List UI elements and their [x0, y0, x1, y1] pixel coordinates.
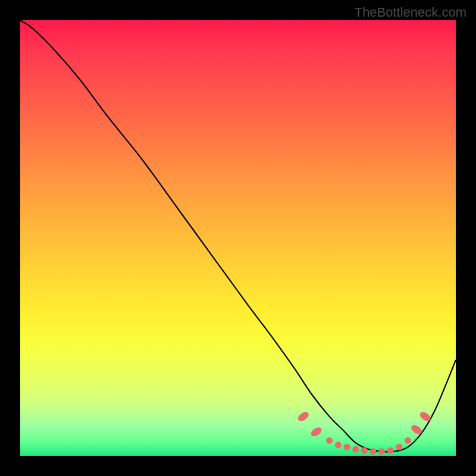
marker-dot — [326, 437, 333, 444]
marker-dot — [378, 448, 385, 455]
marker-dot — [335, 441, 342, 448]
marker-dot — [296, 410, 310, 422]
marker-dot — [361, 447, 368, 454]
optimal-zone-markers — [296, 410, 432, 455]
marker-dot — [387, 447, 394, 454]
marker-dot — [309, 425, 323, 438]
marker-dot — [369, 448, 376, 455]
marker-dot — [418, 410, 432, 422]
marker-dot — [396, 444, 402, 450]
marker-dot — [344, 444, 350, 450]
chart-svg — [20, 20, 456, 456]
bottleneck-curve — [20, 20, 456, 452]
marker-dot — [405, 437, 411, 444]
watermark-text: TheBottleneck.com — [355, 5, 466, 20]
marker-dot — [352, 446, 359, 453]
plot-area — [20, 20, 456, 456]
